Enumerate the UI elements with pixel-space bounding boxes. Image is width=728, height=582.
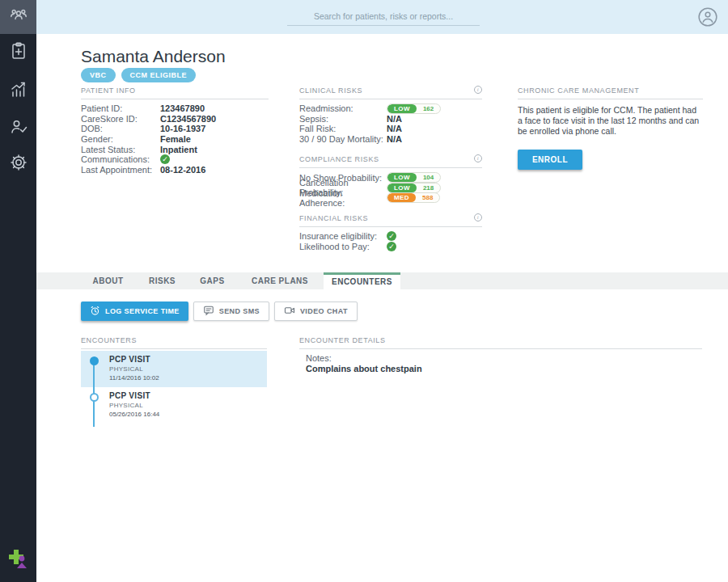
patient-dashboard: Samanta Anderson VBCCCM ELIGIBLE PATIENT… — [0, 0, 728, 582]
info-row: CareSkore ID:C1234567890 — [81, 114, 269, 124]
compliance-risks-section: COMPLIANCE RISKSi No Show Probability:LO… — [299, 155, 482, 203]
sidebar-item-patient-check[interactable] — [0, 112, 36, 146]
row-value: Inpatient — [160, 145, 197, 154]
risk-score-value: 588 — [416, 193, 439, 202]
ccm-eligibility-text: This patient is eligible for CCM. The pa… — [518, 105, 703, 136]
patient-info-section: PATIENT INFO Patient ID:123467890CareSko… — [81, 86, 269, 175]
row-label: Insurance eligibility: — [299, 231, 387, 241]
timeline-dot-icon — [90, 393, 99, 402]
info-row: Patient ID:123467890 — [81, 103, 269, 114]
patient-badge: VBC — [81, 68, 116, 82]
careskore-logo — [6, 546, 30, 571]
video-chat-button[interactable]: VIDEO CHAT — [274, 302, 358, 321]
info-row: Insurance eligibility:✓ — [299, 231, 482, 242]
financial-risks-section: FINANCIAL RISKSi Insurance eligibility:✓… — [299, 214, 482, 251]
patient-info-header: PATIENT INFO — [81, 86, 269, 99]
encounter-type: PHYSICAL — [109, 365, 143, 373]
row-value: N/A — [387, 134, 402, 144]
info-row: Sepsis:N/A — [299, 114, 482, 124]
row-label: Gender: — [81, 134, 160, 144]
patient-badges: VBCCCM ELIGIBLE — [81, 68, 196, 82]
info-row: 30 / 90 Day Mortality:N/A — [299, 134, 482, 145]
enroll-button[interactable]: ENROLL — [518, 150, 582, 170]
info-icon[interactable]: i — [474, 86, 482, 94]
clipboard-add-icon — [9, 41, 28, 64]
row-label: CareSkore ID: — [81, 114, 160, 124]
risk-level-label: LOW — [387, 104, 417, 113]
encounter-title: PCP VISIT — [109, 355, 150, 364]
encounter-details-header: ENCOUNTER DETAILS — [299, 336, 702, 349]
search-input[interactable] — [287, 6, 480, 26]
log-service-time-button[interactable]: LOG SERVICE TIME — [81, 302, 188, 321]
tab-about[interactable]: ABOUT — [81, 272, 135, 289]
info-row: Latest Status:Inpatient — [81, 144, 269, 154]
notes-label: Notes: — [306, 353, 332, 363]
compliance-risks-header: COMPLIANCE RISKSi — [299, 155, 482, 168]
row-label: Likelihood to Pay: — [299, 242, 387, 251]
tab-bar: ABOUTRISKSGAPSCARE PLANSENCOUNTERS — [36, 272, 728, 289]
row-value: N/A — [387, 114, 402, 124]
risk-level-label: LOW — [387, 183, 417, 192]
row-value: N/A — [387, 124, 402, 133]
risk-score-badge: MED588 — [387, 192, 440, 203]
topbar — [36, 0, 728, 34]
risk-score-value: 104 — [417, 173, 440, 182]
check-circle-icon: ✓ — [387, 231, 396, 241]
clinical-risks-section: CLINICAL RISKSi Readmission:LOW162Sepsis… — [299, 86, 482, 144]
info-row: DOB:10-16-1937 — [81, 124, 269, 134]
tab-encounters[interactable]: ENCOUNTERS — [324, 272, 400, 289]
sidebar-item-analytics[interactable] — [0, 74, 36, 108]
alarm-clock-icon — [90, 306, 100, 318]
info-row: Communications:✓ — [81, 154, 269, 165]
page-title-patient-name: Samanta Anderson — [81, 47, 226, 66]
info-icon[interactable]: i — [474, 213, 482, 221]
risks-column: CLINICAL RISKSi Readmission:LOW162Sepsis… — [299, 86, 482, 251]
info-row: Gender:Female — [81, 134, 269, 145]
sidebar — [0, 0, 36, 582]
risk-score-value: 218 — [417, 183, 440, 192]
clinical-risks-header: CLINICAL RISKSi — [299, 86, 482, 99]
financial-risks-rows: Insurance eligibility:✓Likelihood to Pay… — [299, 231, 482, 251]
encounter-list-item[interactable]: PCP VISITPHYSICAL11/14/2016 10:02 — [81, 351, 267, 387]
check-circle-icon: ✓ — [160, 154, 170, 164]
clinical-risks-rows: Readmission:LOW162Sepsis:N/AFall Risk:N/… — [299, 103, 482, 144]
patient-badge: CCM ELIGIBLE — [121, 68, 197, 82]
risk-score-badge: LOW218 — [387, 183, 441, 193]
financial-risks-header: FINANCIAL RISKSi — [299, 214, 482, 227]
row-label: 30 / 90 Day Mortality: — [299, 134, 387, 144]
info-row: Likelihood to Pay:✓ — [299, 242, 482, 252]
check-circle-icon: ✓ — [387, 242, 396, 251]
user-avatar-icon[interactable] — [697, 6, 718, 27]
risk-level-label: MED — [387, 193, 416, 202]
encounters-list: PCP VISITPHYSICAL11/14/2016 10:02PCP VIS… — [81, 351, 267, 424]
row-value: 10-16-1937 — [160, 124, 205, 133]
compliance-risks-rows: No Show Probability:LOW104Cancellation P… — [299, 172, 482, 203]
users-group-icon — [9, 6, 28, 28]
risk-score-value: 162 — [417, 104, 440, 113]
sidebar-item-patients[interactable] — [0, 0, 36, 34]
row-label: Readmission: — [299, 103, 387, 113]
send-sms-button[interactable]: SEND SMS — [193, 302, 269, 321]
row-value: 08-12-2016 — [160, 165, 205, 175]
sidebar-item-settings[interactable] — [0, 147, 36, 181]
info-icon[interactable]: i — [474, 154, 482, 162]
info-row: Last Appointment:08-12-2016 — [81, 165, 269, 175]
user-check-icon — [9, 117, 28, 140]
row-label: Communications: — [81, 154, 160, 164]
patient-info-rows: Patient ID:123467890CareSkore ID:C123456… — [81, 103, 269, 175]
ccm-header: CHRONIC CARE MANAGEMENT — [518, 86, 703, 99]
sidebar-item-reports[interactable] — [0, 36, 36, 70]
risk-score-badge: LOW162 — [387, 103, 441, 114]
ccm-section: CHRONIC CARE MANAGEMENT This patient is … — [518, 86, 703, 170]
tab-care-plans[interactable]: CARE PLANS — [247, 272, 313, 289]
info-row: Fall Risk:N/A — [299, 124, 482, 134]
row-label: Patient ID: — [81, 103, 160, 113]
encounter-list-item[interactable]: PCP VISITPHYSICAL05/26/2016 16:44 — [81, 387, 267, 424]
gear-icon — [9, 153, 28, 175]
row-label: Medication Adherence: — [299, 188, 387, 208]
tab-gaps[interactable]: GAPS — [190, 272, 235, 289]
encounters-header: ENCOUNTERS — [81, 336, 267, 349]
tab-risks[interactable]: RISKS — [140, 272, 184, 289]
timeline-dot-icon — [90, 356, 99, 365]
row-value: Female — [160, 134, 191, 144]
